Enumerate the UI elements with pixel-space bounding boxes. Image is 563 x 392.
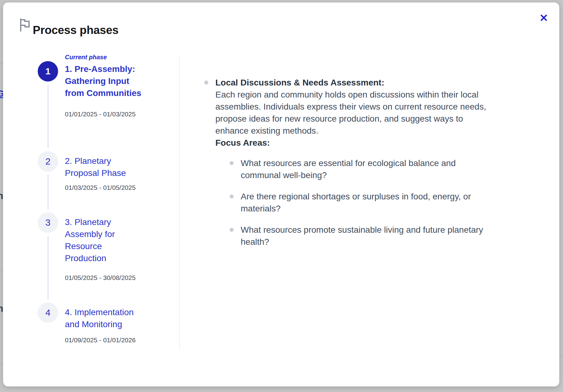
phase-3-title-link[interactable]: 3. Planetary Assembly for Resource Produ…	[65, 216, 142, 264]
focus-areas-label: Focus Areas:	[215, 137, 497, 149]
background-text-fragment: n	[0, 191, 3, 201]
phase-3-dates: 01/05/2025 - 30/08/2025	[65, 274, 136, 281]
phase-2-dates: 01/03/2025 - 01/05/2025	[65, 184, 136, 191]
phase-2-number: 2	[45, 156, 51, 167]
details-description: Each region and community holds open dis…	[215, 89, 497, 137]
background-edge-line	[0, 364, 3, 364]
focus-question: Are there regional shortages or surpluse…	[241, 192, 471, 213]
background-edge-line	[0, 63, 3, 64]
flag-icon	[19, 17, 32, 32]
list-item: What resources promote sustainable livin…	[230, 224, 497, 248]
phase-4-step-indicator[interactable]: 4	[38, 302, 58, 323]
phase-4-title-link[interactable]: 4. Implementation and Monitoring	[65, 306, 142, 330]
phase-1-step-indicator[interactable]: 1	[38, 61, 58, 81]
list-item: What resources are essential for ecologi…	[230, 157, 497, 181]
background-edge-line	[0, 270, 3, 270]
list-item: Local Discussions & Needs Assessment: Ea…	[204, 77, 497, 248]
details-heading: Local Discussions & Needs Assessment:	[215, 77, 497, 89]
phase-3-number: 3	[45, 217, 51, 228]
phase-2-title-link[interactable]: 2. Planetary Proposal Phase	[65, 155, 142, 179]
process-phases-dialog: Process phases ✕ 1 Current phase 1. Pre-…	[3, 2, 559, 386]
phase-4-dates: 01/09/2025 - 01/01/2026	[65, 336, 136, 344]
bullet-icon	[230, 194, 234, 198]
bullet-icon	[230, 228, 234, 232]
close-icon[interactable]: ✕	[538, 12, 550, 23]
bullet-icon	[230, 161, 234, 165]
phase-1-dates: 01/01/2025 - 01/03/2025	[65, 111, 136, 118]
focus-question: What resources promote sustainable livin…	[241, 225, 483, 247]
phase-1-number: 1	[45, 66, 51, 77]
focus-areas-list: What resources are essential for ecologi…	[230, 157, 497, 248]
focus-question: What resources are essential for ecologi…	[241, 158, 456, 180]
current-phase-label: Current phase	[65, 54, 107, 61]
phase-1-title-link[interactable]: 1. Pre-Assembly: Gathering Input from Co…	[65, 63, 142, 99]
dialog-title: Process phases	[33, 24, 119, 37]
background-edge-line	[560, 355, 563, 356]
panel-divider	[179, 55, 180, 348]
background-text-fragment: n	[0, 303, 3, 313]
phase-details-panel: Local Discussions & Needs Assessment: Ea…	[204, 77, 497, 257]
phase-4-number: 4	[45, 307, 51, 318]
timeline-connector-line	[48, 64, 49, 313]
bullet-icon	[204, 81, 208, 85]
phase-2-step-indicator[interactable]: 2	[38, 151, 58, 172]
list-item: Are there regional shortages or surpluse…	[230, 190, 497, 215]
phase-3-step-indicator[interactable]: 3	[38, 212, 58, 233]
